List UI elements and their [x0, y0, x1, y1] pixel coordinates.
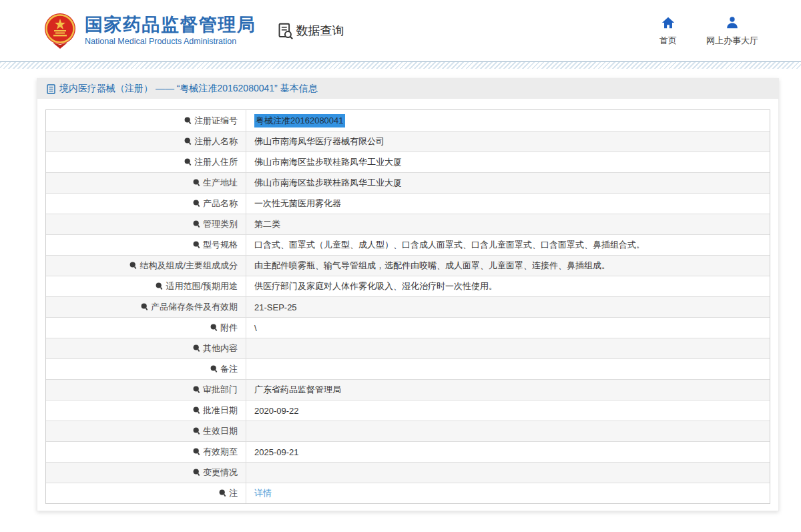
row-label-cell: 注册人名称	[46, 131, 246, 152]
row-label: 结构及组成/主要组成成分	[140, 260, 238, 272]
row-label-cell: 生效日期	[46, 421, 246, 441]
table-row: 变更情况	[46, 462, 770, 483]
row-label: 适用范围/预期用途	[166, 280, 238, 292]
row-label: 产品名称	[203, 198, 238, 210]
row-label: 有效期至	[203, 446, 238, 458]
nav-item-service-hall[interactable]: 网上办事大厅	[706, 15, 758, 47]
data-query-section[interactable]: 数据查询	[276, 22, 344, 40]
row-value-cell	[246, 421, 770, 441]
note-bulb-icon	[210, 324, 218, 332]
row-value-cell: 2025-09-21	[246, 442, 770, 462]
table-row: 注 详情	[46, 483, 770, 503]
row-label: 产品储存条件及有效期	[151, 301, 238, 313]
note-bulb-icon	[193, 241, 200, 249]
row-value-cell	[246, 359, 770, 379]
row-label: 注册人住所	[194, 156, 238, 168]
nav-home-label: 首页	[659, 35, 677, 47]
nav-service-hall-label: 网上办事大厅	[706, 35, 758, 47]
note-bulb-icon	[129, 262, 137, 270]
note-bulb-icon	[193, 427, 200, 435]
row-value-cell: 一次性无菌医用雾化器	[246, 194, 770, 214]
row-label-cell: 产品储存条件及有效期	[46, 297, 246, 317]
row-value-cell: 粤械注准20162080041	[246, 110, 770, 131]
registration-number-selected-text: 粤械注准20162080041	[254, 114, 345, 127]
row-label: 生效日期	[203, 425, 238, 437]
row-label-cell: 审批部门	[46, 380, 246, 400]
row-label-cell: 产品名称	[46, 194, 246, 214]
row-value-cell: 佛山市南海凤华医疗器械有限公司	[246, 131, 770, 152]
note-bulb-icon	[193, 200, 200, 208]
table-row: 审批部门 广东省药品监督管理局	[46, 379, 770, 400]
note-bulb-icon	[184, 138, 192, 146]
table-row: 有效期至 2025-09-21	[46, 441, 770, 462]
table-row: 备注	[46, 358, 770, 379]
row-label-cell: 结构及组成/主要组成成分	[46, 256, 246, 276]
row-value-cell: 佛山市南海区盐步联桂路凤华工业大厦	[246, 173, 770, 193]
row-label-cell: 变更情况	[46, 463, 246, 483]
national-emblem-icon	[43, 13, 77, 49]
row-value: 21-SEP-25	[254, 302, 297, 312]
note-bulb-icon	[193, 448, 200, 456]
note-bulb-icon	[210, 365, 218, 373]
note-bulb-icon	[219, 489, 226, 497]
row-value: 2025-09-21	[254, 447, 299, 457]
row-label-cell: 管理类别	[46, 214, 246, 234]
registration-info-table: 注册证编号 粤械注准20162080041 注册人名称 佛山市南海凤华医疗器械有…	[45, 109, 770, 504]
row-label: 注册人名称	[194, 136, 238, 148]
row-label-cell: 注册人住所	[46, 152, 246, 172]
row-label-cell: 注册证编号	[46, 110, 246, 131]
row-value: 供医疗部门及家庭对人体作雾化吸入、湿化治疗时一次性使用。	[254, 280, 497, 292]
row-label: 注册证编号	[194, 115, 238, 127]
note-bulb-icon	[156, 282, 163, 290]
table-row: 管理类别 第二类	[46, 214, 770, 234]
row-label: 生产地址	[203, 177, 238, 189]
note-bulb-icon	[193, 407, 200, 415]
row-label: 管理类别	[203, 218, 238, 230]
site-title-cn: 国家药品监督管理局	[85, 15, 256, 35]
note-bulb-icon	[184, 117, 192, 125]
panel-title-bar: 境内医疗器械（注册） —— “粤械注准20162080041” 基本信息	[37, 79, 778, 99]
site-header: 国家药品监督管理局 National Medical Products Admi…	[0, 0, 801, 61]
nav-item-home[interactable]: 首页	[659, 15, 677, 47]
row-value: 口含式、面罩式（儿童型、成人型）、口含成人面罩式、口含儿童面罩式、口含面罩式、鼻…	[254, 239, 645, 251]
row-value: 一次性无菌医用雾化器	[254, 198, 341, 210]
site-title-en: National Medical Products Administration	[85, 37, 256, 46]
note-bulb-icon	[193, 469, 200, 477]
row-value: 2020-09-22	[254, 406, 299, 416]
note-bulb-icon	[141, 303, 148, 311]
home-icon	[661, 15, 676, 30]
row-value-cell: 广东省药品监督管理局	[246, 380, 770, 400]
row-label-cell: 型号规格	[46, 235, 246, 255]
row-value-cell	[246, 463, 770, 483]
row-label: 型号规格	[203, 239, 238, 251]
row-label-cell: 适用范围/预期用途	[46, 276, 246, 296]
table-row: 批准日期 2020-09-22	[46, 400, 770, 421]
row-value-cell	[246, 338, 770, 358]
table-row: 适用范围/预期用途 供医疗部门及家庭对人体作雾化吸入、湿化治疗时一次性使用。	[46, 276, 770, 296]
table-row: 型号规格 口含式、面罩式（儿童型、成人型）、口含成人面罩式、口含儿童面罩式、口含…	[46, 234, 770, 255]
row-value: 佛山市南海区盐步联桂路凤华工业大厦	[254, 156, 402, 168]
data-query-label: 数据查询	[296, 23, 344, 39]
table-row: 结构及组成/主要组成成分 由主配件喷雾瓶、输气导管组成，选配件由咬嘴、成人面罩、…	[46, 255, 770, 276]
document-search-icon	[276, 22, 294, 40]
row-value: 由主配件喷雾瓶、输气导管组成，选配件由咬嘴、成人面罩、儿童面罩、连接件、鼻插组成…	[254, 260, 610, 272]
note-bulb-icon	[184, 158, 192, 166]
row-label-cell: 其他内容	[46, 338, 246, 358]
document-icon	[47, 84, 55, 94]
person-icon	[725, 15, 740, 30]
row-label-cell: 附件	[46, 318, 246, 338]
page-title: 境内医疗器械（注册） —— “粤械注准20162080041” 基本信息	[59, 83, 318, 95]
detail-link[interactable]: 详情	[254, 487, 272, 499]
row-value-cell: 佛山市南海区盐步联桂路凤华工业大厦	[246, 152, 770, 172]
table-row: 生产地址 佛山市南海区盐步联桂路凤华工业大厦	[46, 172, 770, 193]
brand-titles: 国家药品监督管理局 National Medical Products Admi…	[85, 15, 256, 47]
row-label: 审批部门	[203, 384, 238, 396]
row-label-cell: 生产地址	[46, 173, 246, 193]
table-row: 产品名称 一次性无菌医用雾化器	[46, 193, 770, 214]
row-label: 附件	[220, 322, 238, 334]
table-row: 注册人名称 佛山市南海凤华医疗器械有限公司	[46, 131, 770, 152]
row-value-cell: 详情	[246, 483, 770, 503]
row-value: \	[254, 323, 257, 333]
row-value: 佛山市南海区盐步联桂路凤华工业大厦	[254, 177, 402, 189]
row-label-cell: 注	[46, 483, 246, 503]
